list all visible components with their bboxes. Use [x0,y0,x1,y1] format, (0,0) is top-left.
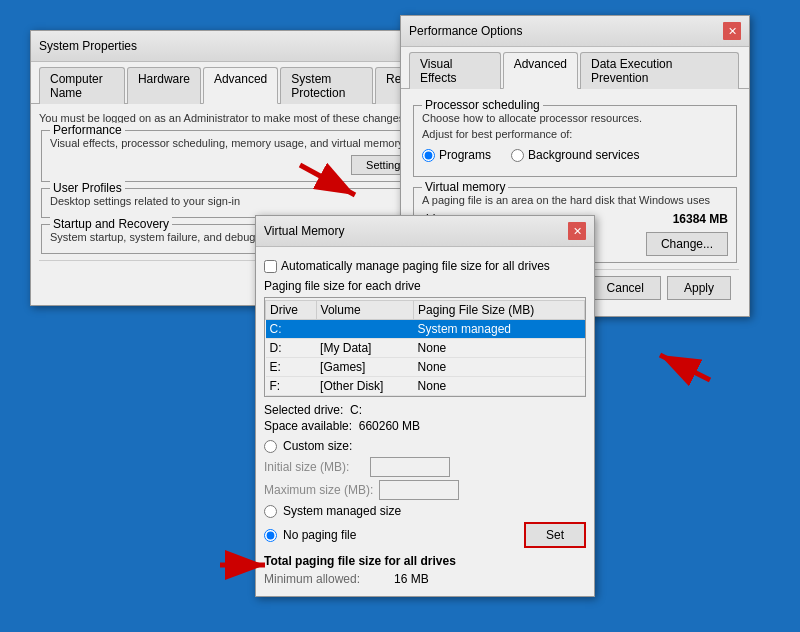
performance-section: Performance Visual effects, processor sc… [41,130,439,182]
perf-options-title: Performance Options [409,24,522,38]
initial-size-input[interactable] [370,457,450,477]
auto-manage-checkbox[interactable] [264,260,277,273]
virtual-mem-titlebar: Virtual Memory ✕ [256,216,594,247]
programs-option[interactable]: Programs [422,148,491,162]
drive-volume: [Other Disk] [316,377,414,396]
background-services-option[interactable]: Background services [511,148,639,162]
tab-hardware[interactable]: Hardware [127,67,201,104]
custom-size-radio[interactable] [264,440,277,453]
col-volume: Volume [316,301,414,320]
set-button[interactable]: Set [524,522,586,548]
virtual-mem-close-button[interactable]: ✕ [568,222,586,240]
drive-paging: None [414,358,585,377]
programs-label: Programs [439,148,491,162]
tab-data-execution[interactable]: Data Execution Prevention [580,52,739,89]
paging-file-size-label: Paging file size for each drive [264,279,586,293]
perf-apply-button[interactable]: Apply [667,276,731,300]
virtual-mem-content: Automatically manage paging file size fo… [256,247,594,596]
system-managed-option[interactable]: System managed size [264,504,586,518]
perf-cancel-button[interactable]: Cancel [590,276,661,300]
tab-computer-name[interactable]: Computer Name [39,67,125,104]
perf-options-titlebar: Performance Options ✕ [401,16,749,47]
change-button[interactable]: Change... [646,232,728,256]
table-row[interactable]: E: [Games] None [266,358,585,377]
drive-volume [316,320,414,339]
drive-volume: [Games] [316,358,414,377]
drive-letter: C: [266,320,317,339]
performance-section-title: Performance [50,123,125,137]
space-available-value: 660260 MB [359,419,420,433]
initial-size-label: Initial size (MB): [264,460,364,474]
processor-scheduling-section: Processor scheduling Choose how to alloc… [413,105,737,177]
tab-visual-effects[interactable]: Visual Effects [409,52,501,89]
table-row[interactable]: C: System managed [266,320,585,339]
background-services-radio[interactable] [511,149,524,162]
drive-table-container[interactable]: Drive Volume Paging File Size (MB) C: Sy… [264,297,586,397]
user-profiles-title: User Profiles [50,181,125,195]
arrow-to-change [650,340,720,390]
processor-scheduling-desc: Choose how to allocate processor resourc… [422,112,728,124]
no-paging-radio[interactable] [264,529,277,542]
auto-manage-label: Automatically manage paging file size fo… [281,259,550,273]
virtual-memory-window: Virtual Memory ✕ Automatically manage pa… [255,215,595,597]
selected-drive-value: C: [350,403,362,417]
drive-info: Selected drive: C: Space available: 6602… [264,403,586,433]
user-profiles-section: User Profiles Desktop settings related t… [41,188,439,218]
drive-letter: E: [266,358,317,377]
perf-options-close-button[interactable]: ✕ [723,22,741,40]
tab-system-protection[interactable]: System Protection [280,67,373,104]
processor-radio-group: Programs Background services [422,148,728,162]
maximum-size-label: Maximum size (MB): [264,483,373,497]
processor-scheduling-title: Processor scheduling [422,98,543,112]
maximum-size-row: Maximum size (MB): [264,480,586,500]
performance-description: Visual effects, processor scheduling, me… [50,137,430,149]
virtual-memory-section-title: Virtual memory [422,180,508,194]
total-paging-title: Total paging file size for all drives [264,554,586,568]
total-paging-section: Total paging file size for all drives Mi… [264,554,586,586]
auto-manage-row[interactable]: Automatically manage paging file size fo… [264,259,586,273]
perf-options-tabs: Visual Effects Advanced Data Execution P… [401,47,749,89]
virtual-memory-desc: A paging file is an area on the hard dis… [422,194,728,206]
col-paging-size: Paging File Size (MB) [414,301,585,320]
tab-perf-advanced[interactable]: Advanced [503,52,578,89]
drive-table: Drive Volume Paging File Size (MB) C: Sy… [265,300,585,396]
adjust-label: Adjust for best performance of: [422,128,728,140]
selected-drive-row: Selected drive: C: [264,403,586,417]
custom-size-option[interactable]: Custom size: [264,439,586,453]
selected-drive-label: Selected drive: [264,403,350,417]
drive-paging: System managed [414,320,585,339]
drive-letter: D: [266,339,317,358]
drive-letter: F: [266,377,317,396]
col-drive: Drive [266,301,317,320]
virtual-mem-title: Virtual Memory [264,224,344,238]
svg-line-3 [660,355,710,380]
minimum-allowed-label: Minimum allowed: [264,572,384,586]
space-available-label: Space available: [264,419,359,433]
minimum-allowed-row: Minimum allowed: 16 MB [264,572,586,586]
drive-paging: None [414,339,585,358]
system-props-tabs: Computer Name Hardware Advanced System P… [31,62,449,104]
minimum-allowed-value: 16 MB [394,572,429,586]
table-row[interactable]: F: [Other Disk] None [266,377,585,396]
maximum-size-input[interactable] [379,480,459,500]
background-services-label: Background services [528,148,639,162]
startup-recovery-title: Startup and Recovery [50,217,172,231]
drives-value: 16384 MB [673,212,728,226]
no-paging-label: No paging file [283,528,356,542]
system-managed-radio[interactable] [264,505,277,518]
space-available-row: Space available: 660260 MB [264,419,586,433]
custom-size-label: Custom size: [283,439,352,453]
system-props-titlebar: System Properties ✕ [31,31,449,62]
system-managed-label: System managed size [283,504,401,518]
user-profiles-description: Desktop settings related to your sign-in [50,195,430,207]
no-paging-file-option[interactable]: No paging file [264,528,356,542]
table-row[interactable]: D: [My Data] None [266,339,585,358]
drive-volume: [My Data] [316,339,414,358]
drive-paging: None [414,377,585,396]
initial-size-row: Initial size (MB): [264,457,586,477]
programs-radio[interactable] [422,149,435,162]
tab-advanced[interactable]: Advanced [203,67,278,104]
system-props-title: System Properties [39,39,137,53]
